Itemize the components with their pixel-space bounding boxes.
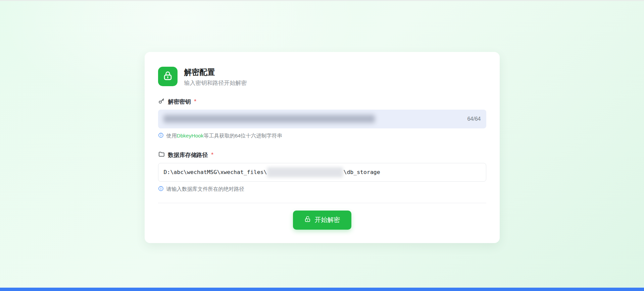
path-field-label: 数据库存储路径: [168, 151, 208, 159]
path-field-label-row: 数据库存储路径 *: [158, 151, 486, 159]
path-hint-text: 请输入数据库文件所在的绝对路径: [166, 186, 245, 193]
decrypt-key-field: 解密密钥 * 64/64 使用DbkeyHook等工具获取的64位十六进制字符串: [158, 98, 486, 139]
button-row: 开始解密: [158, 211, 486, 230]
lock-badge: [158, 67, 178, 86]
info-icon: [158, 186, 164, 193]
key-char-counter: 64/64: [467, 116, 481, 122]
key-input[interactable]: 64/64: [158, 110, 486, 128]
key-masked-value: [163, 114, 375, 124]
card-header: 解密配置 输入密钥和路径开始解密: [158, 67, 486, 87]
info-icon: [158, 132, 164, 139]
path-hint: 请输入数据库文件所在的绝对路径: [158, 186, 486, 193]
header-text: 解密配置 输入密钥和路径开始解密: [184, 67, 247, 87]
window-top-edge: [0, 0, 644, 1]
required-asterisk: *: [194, 99, 196, 105]
lock-icon: [162, 70, 174, 83]
card-title: 解密配置: [184, 68, 247, 77]
key-hint: 使用DbkeyHook等工具获取的64位十六进制字符串: [158, 132, 486, 139]
key-field-label-row: 解密密钥 *: [158, 98, 486, 106]
dbkeyhook-link[interactable]: DbkeyHook: [177, 133, 204, 138]
path-input[interactable]: D:\abc\wechatMSG\xwechat_files\\db_stora…: [158, 163, 486, 182]
card-subtitle: 输入密钥和路径开始解密: [184, 79, 247, 87]
bottom-accent-bar: [0, 288, 644, 291]
folder-icon: [158, 151, 165, 159]
start-decrypt-label: 开始解密: [315, 216, 340, 224]
section-divider: [158, 203, 486, 203]
path-value-prefix: D:\abc\wechatMSG\xwechat_files\: [164, 169, 267, 175]
decrypt-config-card: 解密配置 输入密钥和路径开始解密 解密密钥 * 64/64: [145, 52, 500, 243]
required-asterisk: *: [211, 152, 213, 158]
db-path-field: 数据库存储路径 * D:\abc\wechatMSG\xwechat_files…: [158, 151, 486, 193]
start-decrypt-button[interactable]: 开始解密: [293, 211, 351, 230]
unlock-icon: [304, 216, 311, 224]
key-field-label: 解密密钥: [168, 98, 191, 106]
path-value-suffix: \db_storage: [343, 169, 380, 175]
key-icon: [158, 98, 165, 106]
key-hint-text: 使用DbkeyHook等工具获取的64位十六进制字符串: [166, 132, 282, 139]
key-hint-suffix: 等工具获取的64位十六进制字符串: [204, 133, 282, 138]
key-hint-prefix: 使用: [166, 133, 177, 138]
path-redacted-segment: [267, 167, 343, 177]
